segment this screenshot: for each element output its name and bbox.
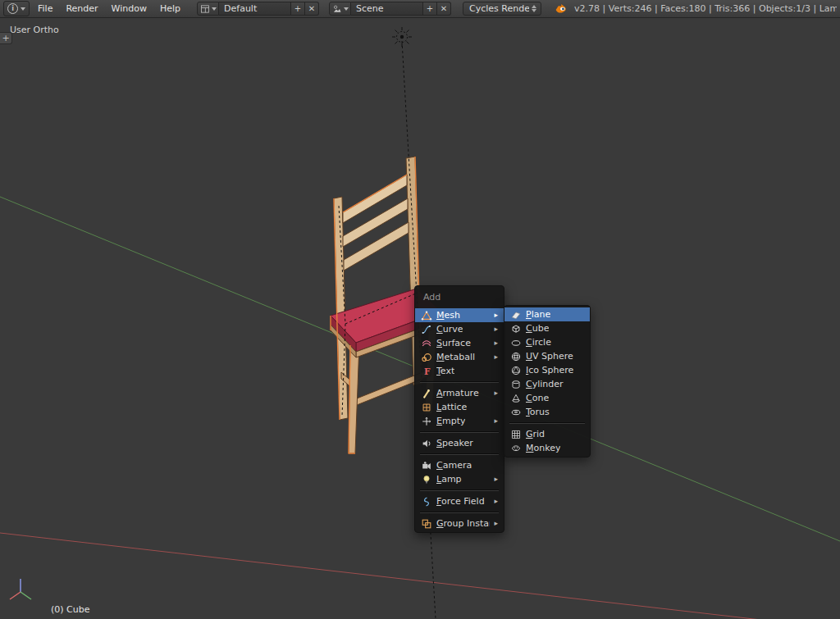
menu-item-label: Surface <box>436 338 471 348</box>
submenu-arrow-icon: ▸ <box>494 339 498 347</box>
axis-gizmo <box>10 579 31 599</box>
menu-item-label: Curve <box>436 324 463 335</box>
curve-icon <box>420 324 432 335</box>
mesh-submenu-item-cylinder[interactable]: Cylinder <box>504 377 590 391</box>
cone-icon <box>509 393 522 404</box>
submenu-arrow-icon: ▸ <box>494 312 498 319</box>
chevron-down-icon <box>212 7 217 11</box>
updown-arrows-icon <box>532 5 536 12</box>
add-menu-item-force-field[interactable]: Force Field▸ <box>415 494 504 508</box>
menu-item-label: Monkey <box>526 443 560 453</box>
group-icon <box>420 518 432 530</box>
chevron-down-icon <box>344 7 349 11</box>
mesh-submenu-item-circle[interactable]: Circle <box>504 335 590 349</box>
menu-item-label: Text <box>436 366 454 376</box>
toolbar-expand-button[interactable]: + <box>0 32 12 44</box>
cylinder-icon <box>509 379 522 390</box>
view-name-label: User Ortho <box>10 25 59 35</box>
screen-add-button[interactable]: + <box>291 2 305 16</box>
editor-type-selector[interactable]: i <box>3 1 30 16</box>
add-menu-item-group-instance[interactable]: Group Instance▸ <box>415 517 504 530</box>
scene-statistics: v2.78 | Verts:246 | Faces:180 | Tris:366… <box>574 3 837 14</box>
scene-browse-button[interactable] <box>329 2 351 16</box>
submenu-arrow-icon: ▸ <box>494 498 498 505</box>
screen-name-field[interactable]: Default <box>219 2 291 16</box>
add-menu-item-text[interactable]: FText <box>415 364 504 378</box>
menu-item-label: Group Instance <box>436 518 490 529</box>
top-header-bar: i FileRenderWindowHelp Default + ✕ Scene… <box>0 0 840 18</box>
blender-logo <box>555 2 568 15</box>
menu-item-label: Cube <box>526 323 549 334</box>
menu-separator <box>420 431 499 433</box>
scene-selector: Scene + ✕ <box>329 2 451 16</box>
menu-render[interactable]: Render <box>59 3 104 14</box>
lamp-icon <box>420 474 432 485</box>
menu-file[interactable]: File <box>31 3 59 14</box>
scene-add-button[interactable]: + <box>423 2 437 16</box>
mesh-submenu: PlaneCubeCircleUV SphereIco SphereCylind… <box>504 305 591 457</box>
surface-icon <box>420 338 432 349</box>
menu-item-label: Grid <box>526 429 545 439</box>
add-menu-item-camera[interactable]: Camera <box>415 458 504 472</box>
lattice-icon <box>420 402 432 413</box>
add-menu: Add Mesh▸Curve▸Surface▸Metaball▸FTextArm… <box>414 285 504 533</box>
add-menu-item-metaball[interactable]: Metaball▸ <box>415 350 504 364</box>
submenu-arrow-icon: ▸ <box>494 389 498 397</box>
mesh-submenu-item-ico-sphere[interactable]: Ico Sphere <box>504 363 590 377</box>
scene-name-field[interactable]: Scene <box>351 2 423 16</box>
add-menu-item-curve[interactable]: Curve▸ <box>415 322 504 336</box>
viewport-3d[interactable]: User Ortho + (0) Cube Add Mesh▸Curve▸Sur… <box>0 18 840 619</box>
add-menu-item-speaker[interactable]: Speaker <box>415 436 504 450</box>
add-menu-item-lamp[interactable]: Lamp▸ <box>415 472 504 486</box>
menu-separator <box>509 422 585 424</box>
speaker-icon <box>420 438 432 449</box>
mesh-submenu-item-uv-sphere[interactable]: UV Sphere <box>504 349 590 363</box>
menu-item-label: Circle <box>526 337 551 348</box>
screen-delete-button[interactable]: ✕ <box>305 2 319 16</box>
x-axis-line <box>0 533 840 619</box>
menu-item-label: Plane <box>526 309 550 320</box>
screen-layout-icon <box>200 4 210 14</box>
menu-item-label: Metaball <box>436 352 475 362</box>
add-menu-item-mesh[interactable]: Mesh▸ <box>415 308 504 322</box>
menu-help[interactable]: Help <box>153 3 187 14</box>
mesh-submenu-item-grid[interactable]: Grid <box>504 427 590 441</box>
text-icon: F <box>420 366 432 377</box>
empty-icon <box>420 416 432 427</box>
circle-icon <box>509 337 522 348</box>
menu-item-label: Force Field <box>436 496 485 507</box>
armature-icon <box>420 388 432 399</box>
mesh-submenu-item-monkey[interactable]: Monkey <box>504 441 590 455</box>
add-menu-item-empty[interactable]: Empty▸ <box>415 414 504 428</box>
menu-item-label: Cylinder <box>526 379 564 389</box>
submenu-arrow-icon: ▸ <box>494 353 498 361</box>
menu-item-label: Lamp <box>436 474 462 485</box>
screen-browse-button[interactable] <box>197 2 219 16</box>
menu-separator <box>420 489 499 491</box>
scene-delete-button[interactable]: ✕ <box>437 2 451 16</box>
add-menu-item-armature[interactable]: Armature▸ <box>415 386 504 400</box>
submenu-arrow-icon: ▸ <box>494 476 498 483</box>
menu-item-label: Camera <box>436 460 472 471</box>
menu-item-label: Lattice <box>436 402 467 412</box>
add-menu-item-surface[interactable]: Surface▸ <box>415 336 504 350</box>
camera-icon <box>420 460 432 471</box>
torus-icon <box>509 407 522 418</box>
mesh-submenu-item-torus[interactable]: Torus <box>504 405 590 419</box>
mesh-submenu-item-cone[interactable]: Cone <box>504 391 590 405</box>
chevron-down-icon <box>21 7 25 11</box>
render-engine-value: Cycles Render <box>469 3 529 14</box>
info-editor-icon: i <box>7 3 18 14</box>
menu-window[interactable]: Window <box>105 3 153 14</box>
menu-item-label: Ico Sphere <box>526 365 573 375</box>
add-menu-item-lattice[interactable]: Lattice <box>415 400 504 414</box>
mesh-submenu-item-plane[interactable]: Plane <box>504 307 590 321</box>
uvsphere-icon <box>509 351 522 362</box>
submenu-arrow-icon: ▸ <box>494 520 498 527</box>
menu-item-label: Mesh <box>436 310 460 321</box>
scene-icon <box>332 4 342 14</box>
render-engine-dropdown[interactable]: Cycles Render <box>463 2 541 16</box>
force-icon <box>420 496 432 507</box>
mesh-submenu-item-cube[interactable]: Cube <box>504 321 590 335</box>
menu-separator <box>420 453 499 455</box>
